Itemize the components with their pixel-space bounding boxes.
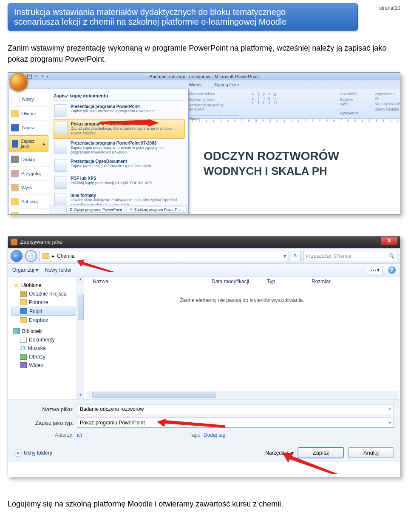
view-button[interactable]: ▾ [367,266,383,274]
search-placeholder: Przeszukaj: Chemia [306,253,351,259]
quick-access-toolbar[interactable]: 💾↶↷▾ [27,73,48,80]
screenshot-saveas-dialog: Zapisywanie jako X ← → ▸ Chemia ▾ ↻ Prze… [8,236,400,477]
tab-widok[interactable]: Widok [189,82,202,87]
filetype-select[interactable]: Pokaz programu PowerPoint▾ [77,418,394,428]
address-bar[interactable]: ▸ Chemia ▾ [40,251,289,261]
tags-value[interactable]: Dodaj tag [204,432,306,438]
menu-zamknij[interactable]: Zamknij [8,209,49,215]
office-menu-left: Nowy Otwórz Zapisz Zapisz jako ▸ Drukuj … [8,89,49,214]
col-size[interactable]: Rozmiar [312,279,341,284]
nav-tree[interactable]: ▴▾ Ulubione Ostatnie miejsca Pobrane Pul… [8,277,84,399]
ribbon-szybkie[interactable]: Szybkie style [340,97,362,106]
slide-canvas: ODCZYN ROZTWORÓW WODNYCH I SKALA PH [189,122,400,214]
close-button[interactable]: X [381,237,397,245]
menu-wyslij[interactable]: Wyślij [8,181,49,195]
ribbon-wyrownaj[interactable]: Wyrównaj tekst [189,97,239,102]
tree-libraries[interactable]: Biblioteki [11,327,84,336]
save-option-presentation[interactable]: Prezentacja programu PowerPointZapisz pl… [53,102,185,119]
ribbon-kierunek[interactable]: Kierunek tekstu [189,92,239,96]
window-titlebar: 💾↶↷▾ Badanie_odczynu_roztworow - Microso… [8,73,400,80]
help-button[interactable]: ? [388,266,396,274]
save-option-show[interactable]: Pokaz programu PowerPointZapisz jako pre… [53,119,185,139]
dialog-footer: ▴Ukryj foldery Narzędzia ▾ Zapisz Anuluj [8,443,400,462]
save-button[interactable]: Zapisz [298,447,344,458]
office-menu: Nowy Otwórz Zapisz Zapisz jako ▸ Drukuj … [8,89,189,214]
column-headers[interactable]: Nazwa Data modyfikacji Typ Rozmiar [84,277,400,286]
filename-input[interactable]: Badanie odczynu roztworów▾ [77,404,394,414]
app-icon [11,239,17,245]
ribbon-kontury[interactable]: Kontury kształt [374,102,400,106]
page-number: strona|10 [366,3,400,11]
tree-dropbox[interactable]: Dropbox [11,316,84,324]
save-option-97-2003[interactable]: Prezentacja programu PowerPoint 97-2003Z… [53,139,185,157]
authors-label: Autorzy: [14,432,77,438]
authors-value[interactable]: ict [77,432,179,438]
search-input[interactable]: Przeszukaj: Chemia 🔍 [303,251,397,261]
menu-zapisz-jako[interactable]: Zapisz jako ▸ [9,135,48,152]
back-button[interactable]: ← [11,250,23,262]
forward-button[interactable]: → [25,250,37,262]
exit-powerpoint-button[interactable]: ✕ Zamknij program PowerPoint [127,207,187,213]
office-menu-right: Zapisz kopię dokumentu Prezentacja progr… [49,89,188,214]
office-menu-footer: ⚙ Opcje programu PowerPoint ✕ Zamknij pr… [49,205,188,214]
organize-menu[interactable]: Organizuj ▾ [12,267,38,273]
title-banner: Instrukcja wstawiania materiałów dydakty… [8,3,358,31]
breadcrumb-current[interactable]: Chemia [57,253,74,259]
tree-pictures[interactable]: Obrazy [11,353,84,361]
title-line1: Instrukcja wstawiania materiałów dydakty… [14,7,351,17]
refresh-button[interactable]: ↻ [292,251,300,261]
search-icon: 🔍 [388,253,394,259]
save-option-odp[interactable]: Prezentacja OpenDocumentZapisz prezentac… [53,157,185,174]
tree-desktop[interactable]: Pulpit [11,307,76,316]
tree-video[interactable]: Wideo [11,361,84,370]
tree-favorites[interactable]: Ulubione [11,281,84,290]
window-title: Badanie_odczynu_roztworow - Microsoft Po… [149,74,258,79]
dialog-titlebar: Zapisywanie jako X [8,236,400,248]
menu-drukuj[interactable]: Drukuj [8,153,49,167]
menu-publikuj[interactable]: Publikuj [8,195,49,209]
save-option-pdf[interactable]: PDF lub XPSPublikuj kopię prezentacji ja… [53,174,185,191]
col-date[interactable]: Data modyfikacji [212,279,267,284]
toolbar: Organizuj ▾ Nowy folder ▾ ? [8,264,400,277]
ribbon-efekty[interactable]: Efekty kształtó [374,107,400,111]
tags-label: Tagi: [179,432,204,438]
save-form: Nazwa pliku: Badanie odczynu roztworów▾ … [8,399,400,443]
menu-otworz[interactable]: Otwórz [8,107,49,121]
col-type[interactable]: Typ [267,279,312,284]
hide-folders-button[interactable]: ▴Ukryj foldery [14,449,52,457]
ribbon-rozmiesc[interactable]: Rozmieść [340,92,362,96]
tree-downloads[interactable]: Pobrane [11,298,84,307]
intro-paragraph: Zanim wstawimy prezentację wykonaną w pr… [8,43,400,65]
tree-recent[interactable]: Ostatnie miejsca [11,290,84,298]
horizontal-scrollbar[interactable] [86,391,398,398]
save-copy-header: Zapisz kopię dokumentu [53,92,185,101]
tools-menu[interactable]: Narzędzia ▾ [265,450,294,456]
ribbon-konwertuj[interactable]: Konwertuj na grafikę SmartArt [189,103,239,111]
ribbon-group-rysowanie: Rysowanie [340,110,362,115]
filetype-label: Zapisz jako typ: [14,420,77,426]
menu-zapisz[interactable]: Zapisz [8,121,49,135]
new-folder-button[interactable]: Nowy folder [45,267,72,273]
ribbon-wypelnienie[interactable]: Wypełnienie ks [374,92,400,100]
tree-documents[interactable]: Dokumenty [11,336,84,344]
tree-music[interactable]: Muzyka [11,344,84,353]
title-line2: scenariusza lekcji z chemii na szkolnej … [14,17,351,27]
filename-label: Nazwa pliku: [14,406,77,413]
slide-title-2: WODNYCH I SKALA PH [204,165,391,178]
dialog-title: Zapisywanie jako [20,239,62,245]
refresh-icon: ↻ [294,253,298,259]
tree-scrollbar[interactable]: ▴▾ [76,277,84,399]
menu-nowy[interactable]: Nowy [8,92,49,107]
office-button[interactable] [9,73,28,91]
col-name[interactable]: Nazwa [88,279,212,284]
empty-folder-text: Żadne elementy nie pasują do kryteriów w… [84,286,400,303]
page-header: Instrukcja wstawiania materiałów dydakty… [8,0,400,31]
outro-paragraph: Logujemy się na szkolną platformę Moodle… [8,498,400,509]
ribbon-tabs[interactable]: Widok iSpring Free [8,80,400,89]
menu-przygotuj[interactable]: Przygotuj [8,167,49,181]
powerpoint-options-button[interactable]: ⚙ Opcje programu PowerPoint [66,207,125,213]
nav-bar: ← → ▸ Chemia ▾ ↻ Przeszukaj: Chemia 🔍 [8,248,400,264]
file-list[interactable]: Nazwa Data modyfikacji Typ Rozmiar Żadne… [84,277,400,399]
cancel-button[interactable]: Anuluj [348,447,394,458]
tab-ispring[interactable]: iSpring Free [214,82,239,87]
